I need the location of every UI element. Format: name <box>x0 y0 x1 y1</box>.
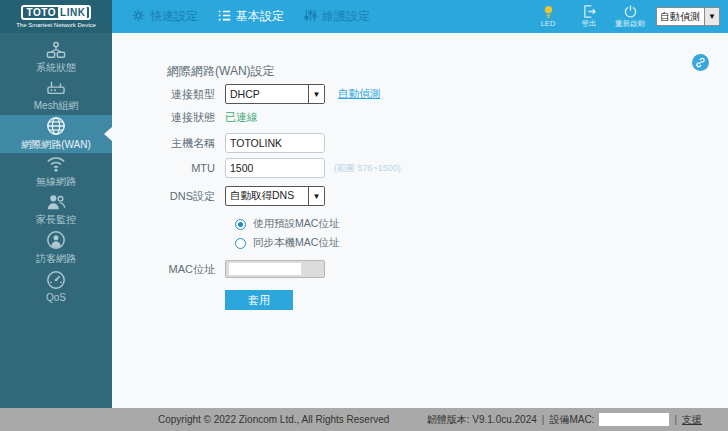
mtu-row: MTU (範圍 576~1500) <box>112 158 728 178</box>
nav-label: 快速設定 <box>150 8 198 25</box>
connection-status-row: 連接狀態 已連線 <box>112 110 728 125</box>
mac-address-label: MAC位址 <box>112 262 215 277</box>
sidebar-item-qos[interactable]: QoS <box>0 267 112 305</box>
sidebar: 系統狀態 Mesh組網 網際網路(WAN) 無線網路 家長監控 <box>0 33 112 408</box>
nav-label: 基本設定 <box>236 8 284 25</box>
led-icon <box>542 5 555 18</box>
hostname-input[interactable] <box>225 133 325 153</box>
logout-button[interactable]: 登出 <box>574 5 604 29</box>
sidebar-item-label: 系統狀態 <box>36 61 76 75</box>
sidebar-item-guest-network[interactable]: 訪客網路 <box>0 229 112 267</box>
mac-mode-clone-label: 同步本機MAC位址 <box>253 236 339 250</box>
sidebar-item-wan[interactable]: 網際網路(WAN) <box>0 115 112 153</box>
top-header: TOTO LINK The Smartest Network Device 快速… <box>0 0 728 33</box>
nav-label: 維護設定 <box>322 8 370 25</box>
qos-gauge-icon <box>46 270 66 290</box>
list-icon <box>218 9 231 25</box>
sidebar-item-label: 家長監控 <box>36 213 76 227</box>
guest-network-icon <box>46 230 66 250</box>
sidebar-item-system-status[interactable]: 系統狀態 <box>0 39 112 77</box>
firmware-version: 韌體版本: V9.1.0cu.2024 <box>427 413 537 427</box>
wifi-icon <box>46 155 66 173</box>
dns-value: 自動取得DNS <box>226 189 308 203</box>
totolink-logo: TOTO LINK <box>21 5 92 20</box>
sidebar-item-label: 訪客網路 <box>36 252 76 266</box>
sidebar-item-wireless[interactable]: 無線網路 <box>0 153 112 191</box>
sidebar-item-mesh[interactable]: Mesh組網 <box>0 77 112 115</box>
sidebar-item-label: 網際網路(WAN) <box>21 138 91 152</box>
parental-control-icon <box>46 193 66 211</box>
mac-mode-clone-radio[interactable]: 同步本機MAC位址 <box>235 235 728 251</box>
led-label: LED <box>541 19 556 28</box>
connection-type-select[interactable]: DHCP ▼ <box>225 84 325 104</box>
connection-status-value: 已連線 <box>225 110 258 125</box>
nav-quick-setup[interactable]: 快速設定 <box>132 8 198 25</box>
connection-type-value: DHCP <box>226 88 308 100</box>
support-link[interactable]: 支援 <box>682 413 702 427</box>
connection-type-label: 連接類型 <box>112 87 215 102</box>
wan-settings-form: 連接類型 DHCP ▼ 自動偵測 連接狀態 已連線 主機名稱 MTU (範圍 5… <box>112 84 728 310</box>
sidebar-item-label: QoS <box>46 292 66 303</box>
restart-icon <box>624 5 637 18</box>
header-actions: LED 登出 重新啟動 自動偵測 ▼ <box>533 5 728 29</box>
mac-mode-default-radio[interactable]: 使用預設MAC位址 <box>235 216 728 232</box>
logo-text-toto: TOTO <box>25 7 58 18</box>
sidebar-item-label: Mesh組網 <box>34 99 78 113</box>
chevron-down-icon: ▼ <box>704 8 719 25</box>
dns-row: DNS設定 自動取得DNS ▼ <box>112 186 728 206</box>
logout-icon <box>583 5 596 18</box>
hostname-row: 主機名稱 <box>112 133 728 153</box>
led-toggle[interactable]: LED <box>533 5 563 28</box>
mac-address-value <box>229 263 301 275</box>
link-chain-icon <box>695 54 706 72</box>
restart-label: 重新啟動 <box>615 19 645 29</box>
wan-link-status-button[interactable] <box>692 54 709 71</box>
mac-address-input[interactable] <box>225 260 325 278</box>
restart-button[interactable]: 重新啟動 <box>615 5 645 29</box>
auto-detect-select[interactable]: 自動偵測 ▼ <box>656 7 720 26</box>
sidebar-item-parental-control[interactable]: 家長監控 <box>0 191 112 229</box>
logout-label: 登出 <box>582 19 597 29</box>
device-mac-value <box>599 413 669 426</box>
main-content: 網際網路(WAN)設定 連接類型 DHCP ▼ 自動偵測 連接狀態 已連線 主機… <box>112 33 728 408</box>
system-status-icon <box>46 41 66 59</box>
gear-icon <box>132 9 145 25</box>
footer-info: 韌體版本: V9.1.0cu.2024 | 設備MAC: | 支援 <box>427 413 702 427</box>
sidebar-item-label: 無線網路 <box>36 175 76 189</box>
mac-mode-default-label: 使用預設MAC位址 <box>253 217 339 231</box>
chevron-down-icon: ▼ <box>308 85 324 103</box>
radio-selected-icon <box>235 219 246 230</box>
chevron-down-icon: ▼ <box>308 187 324 205</box>
hostname-label: 主機名稱 <box>112 136 215 151</box>
mac-address-row: MAC位址 <box>112 260 728 278</box>
brand-logo: TOTO LINK The Smartest Network Device <box>0 0 112 33</box>
dns-select[interactable]: 自動取得DNS ▼ <box>225 186 325 206</box>
page-title: 網際網路(WAN)設定 <box>167 63 275 80</box>
radio-unselected-icon <box>235 238 246 249</box>
apply-button[interactable]: 套用 <box>225 290 293 310</box>
mtu-input[interactable] <box>225 158 325 178</box>
mtu-label: MTU <box>112 162 215 174</box>
nav-basic-setup[interactable]: 基本設定 <box>218 8 284 25</box>
dns-label: DNS設定 <box>112 189 215 204</box>
copyright-text: Copyright © 2022 Zioncom Ltd., All Right… <box>158 414 389 425</box>
auto-detect-value: 自動偵測 <box>657 10 704 24</box>
router-admin-window: TOTO LINK The Smartest Network Device 快速… <box>0 0 728 431</box>
device-mac-label: 設備MAC: <box>549 413 594 427</box>
mtu-range-hint: (範圍 576~1500) <box>334 162 401 175</box>
mesh-router-icon <box>46 79 66 97</box>
nav-advanced-setup[interactable]: 維護設定 <box>304 8 370 25</box>
footer-separator: | <box>674 414 677 425</box>
wan-globe-icon <box>46 116 66 136</box>
auto-detect-link[interactable]: 自動偵測 <box>338 87 380 101</box>
logo-text-link: LINK <box>58 7 87 18</box>
footer: Copyright © 2022 Zioncom Ltd., All Right… <box>0 408 728 431</box>
main-nav: 快速設定 基本設定 維護設定 <box>132 8 370 25</box>
apply-row: 套用 <box>112 290 728 310</box>
brand-tagline: The Smartest Network Device <box>16 22 96 28</box>
footer-separator: | <box>542 414 545 425</box>
connection-status-label: 連接狀態 <box>112 110 215 125</box>
sliders-icon <box>304 9 317 25</box>
connection-type-row: 連接類型 DHCP ▼ 自動偵測 <box>112 84 728 104</box>
